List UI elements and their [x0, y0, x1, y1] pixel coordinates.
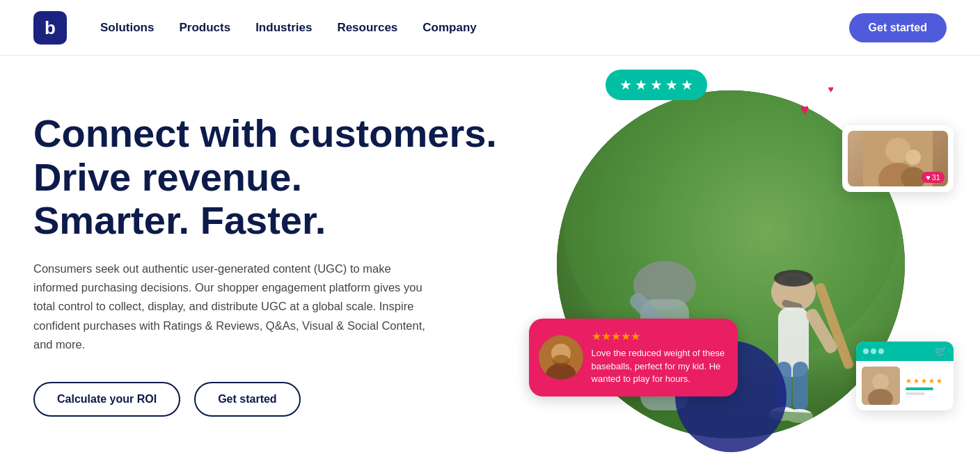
user-card-heart: ♥ 31 — [922, 172, 945, 183]
p-star-4: ★ — [928, 377, 935, 385]
nav-products[interactable]: Products — [179, 21, 230, 35]
svg-point-26 — [553, 355, 569, 366]
logo-letter: b — [45, 19, 56, 37]
p-star-1: ★ — [906, 377, 912, 385]
calculate-roi-button[interactable]: Calculate your ROI — [33, 382, 180, 417]
star-4: ★ — [665, 77, 678, 93]
heart-count: 31 — [932, 173, 940, 182]
logo[interactable]: b — [33, 11, 67, 45]
product-img-svg — [862, 367, 900, 405]
hero-buttons: Calculate your ROI Get started — [33, 382, 536, 417]
product-card-dots — [863, 348, 884, 354]
p-star-2: ★ — [913, 377, 919, 385]
nav-resources[interactable]: Resources — [337, 21, 397, 35]
headline-line1: Connect with customers. — [33, 111, 497, 155]
avatar-svg — [539, 335, 583, 380]
heart-small: ♥ — [828, 83, 834, 95]
p-star-3: ★ — [921, 377, 927, 385]
product-info: ★ ★ ★ ★ ★ — [906, 367, 942, 405]
svg-point-21 — [906, 150, 921, 165]
review-stars: ★★★★★ — [592, 330, 727, 343]
star-2: ★ — [635, 77, 647, 93]
cart-icon: 🛒 — [935, 346, 947, 357]
navbar: b Solutions Products Industries Resource… — [0, 0, 980, 56]
product-card-body: ★ ★ ★ ★ ★ — [856, 361, 954, 410]
user-social-card: ♥ 31 — [842, 125, 954, 192]
hero-subtext: Consumers seek out authentic user-genera… — [33, 259, 437, 354]
headline-line2: Drive revenue. — [33, 155, 302, 199]
review-text: Love the reduced weight of these basebal… — [592, 347, 727, 385]
hero-section: Connect with customers. Drive revenue. S… — [0, 56, 980, 473]
nav-get-started-button[interactable]: Get started — [849, 13, 947, 42]
hero-content: Connect with customers. Drive revenue. S… — [33, 91, 536, 438]
stars-badge: ★ ★ ★ ★ ★ — [606, 70, 707, 100]
product-rating: ★ ★ ★ ★ ★ — [906, 377, 942, 385]
heart-large: ♥ — [800, 101, 809, 119]
product-image — [862, 367, 900, 405]
review-avatar — [539, 335, 583, 380]
svg-rect-8 — [784, 277, 803, 284]
heart-icon: ♥ — [926, 173, 931, 182]
star-3: ★ — [650, 77, 663, 93]
nav-company[interactable]: Company — [422, 21, 476, 35]
get-started-button[interactable]: Get started — [194, 382, 300, 417]
dot-3 — [878, 348, 884, 354]
star-5: ★ — [681, 77, 693, 93]
svg-rect-12 — [793, 362, 808, 410]
product-bar-1 — [906, 387, 933, 390]
headline-line3: Smarter. Faster. — [33, 198, 326, 242]
review-card: ★★★★★ Love the reduced weight of these b… — [529, 319, 738, 396]
nav-solutions[interactable]: Solutions — [100, 21, 154, 35]
logo-circle: b — [33, 11, 67, 45]
dot-1 — [863, 348, 869, 354]
p-star-5: ★ — [936, 377, 942, 385]
dot-2 — [871, 348, 876, 354]
product-card-header: 🛒 — [856, 342, 954, 361]
product-card: 🛒 ★ ★ ★ ★ ★ — [856, 342, 954, 410]
hero-headline: Connect with customers. Drive revenue. S… — [33, 112, 536, 243]
svg-point-28 — [872, 374, 889, 390]
nav-links: Solutions Products Industries Resources … — [100, 21, 849, 35]
nav-industries[interactable]: Industries — [255, 21, 312, 35]
user-card-image: ♥ 31 — [848, 131, 948, 186]
star-1: ★ — [619, 77, 632, 93]
product-bar-2 — [906, 392, 925, 395]
hero-visual: ★ ★ ★ ★ ★ ♥ ♥ — [536, 63, 947, 466]
